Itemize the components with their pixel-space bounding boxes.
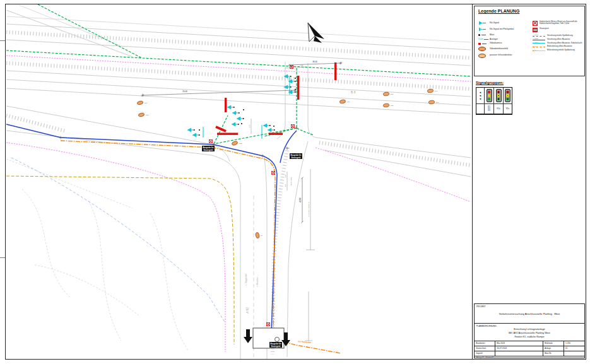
title-block-project-section: PROJEKT Verkehrsuntersuchung Anschlussst… — [475, 304, 584, 324]
stop-line — [217, 133, 238, 135]
conduit-green — [297, 128, 314, 135]
kabelschacht-symbol — [292, 125, 295, 128]
signal-group-label: K3 — [488, 110, 490, 112]
marking-magenta — [6, 143, 225, 352]
legend-line-item: 1 x DN50 Verrohrung offene Bauweise, Kab… — [533, 42, 586, 44]
detector-ellipse — [339, 100, 346, 104]
road-label-a92: A 92 — [245, 307, 249, 314]
detector-ellipse — [232, 141, 238, 146]
tb-value: - — [564, 351, 584, 356]
title-block-plan-section: PLANBEZEICHNUNG: Einrichtung Lichtsignal… — [475, 324, 584, 341]
stop-line — [216, 127, 226, 131]
detector-ellipse — [255, 232, 259, 238]
conduit-blue — [6, 124, 277, 333]
signalgruppen-table: ◄ ◄ ◄ K1 K2 K3 K1a K2a — [476, 87, 512, 115]
detector-ellipse — [427, 89, 434, 93]
legend-item: Kfz-Signal — [478, 21, 530, 25]
projekt-title: Verkehrsuntersuchung Anschlussstelle Pla… — [475, 312, 584, 315]
kfz-signal-symbol — [232, 122, 239, 126]
tb-value: Mai 2024 — [495, 341, 543, 346]
road-network — [6, 5, 471, 360]
contour-line — [88, 201, 121, 341]
contour-line — [22, 189, 71, 298]
legend-item: Kfz-Signal mit Pfeilsymbol — [478, 27, 530, 32]
detector-ellipse — [383, 103, 389, 107]
legend-item: Mast — [478, 34, 530, 36]
infrarotdetektor-icon — [478, 54, 488, 58]
detector-ellipse — [383, 92, 389, 96]
legend-item-label: Kfz-Signal — [490, 22, 499, 24]
videokamera-icon — [478, 43, 488, 45]
label-zur-autobahn: zur Autobahn — [298, 340, 311, 344]
detector-label: D21 — [347, 101, 350, 103]
steuergeraet-icon — [533, 28, 538, 32]
signal-head-arrow-icon — [496, 89, 502, 102]
kabelschacht-icon — [533, 21, 538, 26]
legend-item-label: Videokamera — [490, 42, 502, 44]
detector-label: D22 — [239, 143, 242, 144]
kfz-signal-symbol — [268, 128, 275, 132]
kfz-signal-symbol — [227, 105, 235, 109]
marking-magenta — [6, 56, 471, 81]
signal-head-cell — [485, 88, 494, 104]
signal-label-cell: K1a — [494, 104, 504, 114]
legend-item-label: Verrohrung offene Bauweise — [547, 38, 570, 40]
kfz-signal-symbol — [232, 111, 240, 115]
mast-dot — [295, 78, 296, 79]
dimensions: 36,00 20,00 42,00 ca. 100m zur Haltelini… — [59, 61, 343, 341]
right-panel: Legende PLANUNG Kfz-Signal Kfz-Signal mi… — [472, 4, 588, 360]
kabelschacht-symbol — [209, 140, 213, 143]
legend-line-item: 4 x DN50 Verrohrung mittels Spülbohrung — [533, 34, 586, 37]
detector-label: D42 — [436, 102, 439, 103]
road-edge — [308, 63, 316, 138]
tb-value: 1:250 — [564, 341, 584, 346]
direction-arrow — [244, 329, 252, 343]
plan-line: Einrichtung Lichtsignalanlage — [475, 328, 584, 331]
road-shoulder-hatch — [319, 143, 471, 165]
line-sample-green — [533, 36, 545, 37]
dimension-text: 4,50 — [300, 64, 304, 66]
mast-dot — [243, 109, 244, 110]
road-edge — [6, 10, 133, 57]
detector-label: D11 — [145, 102, 148, 104]
legend-item: Kabelschacht (80cm x 80cm) aus Kunststof… — [533, 21, 586, 26]
kabelschacht-symbol — [272, 172, 275, 175]
detector-label: D12 — [146, 114, 149, 116]
planbezeichnung-label: PLANBEZEICHNUNG: — [476, 325, 497, 327]
detector-label: D32 — [391, 105, 394, 107]
title-block-grid: Bearbeitet Mai 2024 Maßstab 1:250 Gezeic… — [475, 341, 584, 356]
baugrube-label: Baugrube für — [271, 343, 281, 345]
mast-dot — [199, 129, 200, 131]
line-sample-orange — [533, 47, 545, 47]
signal-mast-bar — [225, 98, 227, 112]
signalgruppen-title: Signalgruppen: — [476, 81, 504, 85]
note-haltelinie: ca. 100m zur Haltelinie — [308, 202, 309, 217]
shaft-circle — [275, 338, 280, 342]
legend-left-column: Kfz-Signal Kfz-Signal mit Pfeilsymbol Ma… — [478, 21, 530, 60]
road-edge — [287, 141, 308, 357]
legend-item-label: Ausleger — [490, 38, 498, 40]
marking-yellow — [6, 176, 234, 344]
title-block: PROJEKT Verkehrsuntersuchung Anschlussst… — [474, 303, 585, 358]
fold-mark — [0, 40, 5, 41]
projekt-label: PROJEKT — [476, 305, 486, 308]
road-label-deggendorf: ← n. Deggendorf — [245, 273, 247, 288]
tb-label: Anlage — [543, 346, 564, 351]
legend-item-label: Videodetektionsfeld — [490, 48, 508, 50]
signal-head-arrow-icon — [505, 89, 510, 102]
contour-line — [35, 265, 139, 315]
tb-value — [495, 351, 543, 356]
fold-mark — [0, 257, 5, 258]
plan-sheet: D11 D12 D21 D22 D31 D32 D41 D42 D1 D2 36… — [0, 0, 590, 364]
line-sample-blue — [533, 40, 545, 40]
title-block-footnote: Anlage 01 – Knoten K1 — [475, 356, 584, 360]
road-markings — [6, 56, 471, 352]
kfz-signal-symbol — [187, 128, 195, 132]
signal-label-cell: K2a — [504, 104, 512, 114]
signal-mast-bar — [297, 76, 299, 100]
tb-label: Gezeichnet — [475, 346, 495, 351]
plan-line: B8 / A92 Anschlussstelle Plattling West — [475, 332, 584, 334]
kfz-signal-symbol — [237, 117, 244, 120]
legend-item-label: Elektroleitung mittels Spülbohrung — [547, 49, 575, 51]
tb-label: Maßstab — [543, 341, 564, 346]
